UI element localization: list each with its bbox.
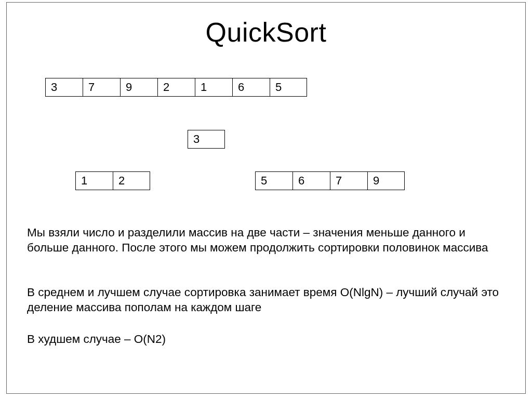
array-left: 1 2 (75, 171, 150, 190)
cell: 7 (83, 78, 120, 97)
cell: 1 (195, 78, 232, 97)
paragraph-1: Мы взяли число и разделили массив на две… (27, 225, 510, 256)
cell: 2 (113, 171, 150, 190)
array-initial: 3 7 9 2 1 6 5 (45, 78, 307, 97)
cell: 6 (292, 171, 330, 190)
page-title: QuickSort (6, 17, 526, 48)
paragraph-3: В худшем случае – O(N2) (27, 332, 510, 347)
array-pivot: 3 (188, 130, 225, 149)
cell: 3 (188, 130, 225, 149)
slide: QuickSort 3 7 9 2 1 6 5 3 1 2 5 6 7 9 Мы… (6, 2, 526, 394)
cell: 6 (232, 78, 270, 97)
paragraph-2: В среднем и лучшем случае сортировка зан… (27, 285, 510, 315)
cell: 2 (157, 78, 195, 97)
array-right: 5 6 7 9 (255, 171, 405, 190)
cell: 5 (270, 78, 307, 97)
cell: 9 (120, 78, 157, 97)
cell: 9 (367, 171, 405, 190)
cell: 5 (255, 171, 292, 190)
cell: 1 (75, 171, 113, 190)
cell: 3 (45, 78, 83, 97)
cell: 7 (330, 171, 367, 190)
